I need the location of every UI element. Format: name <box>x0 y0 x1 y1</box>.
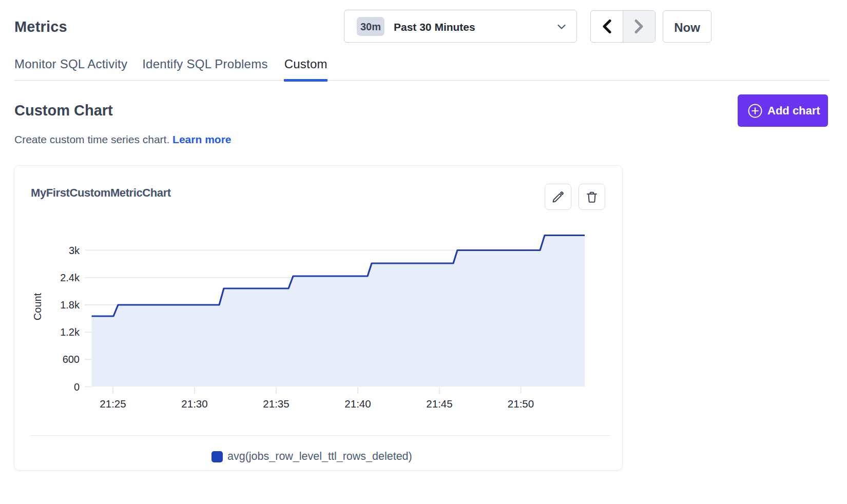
svg-text:21:45: 21:45 <box>426 398 452 410</box>
svg-text:1.2k: 1.2k <box>60 326 80 338</box>
svg-text:3k: 3k <box>69 245 80 256</box>
svg-text:2.4k: 2.4k <box>60 272 80 283</box>
svg-text:21:35: 21:35 <box>263 398 289 410</box>
svg-text:0: 0 <box>74 381 80 393</box>
svg-text:1.8k: 1.8k <box>60 299 80 311</box>
svg-text:21:40: 21:40 <box>344 398 371 410</box>
svg-text:21:25: 21:25 <box>100 398 126 410</box>
svg-text:600: 600 <box>63 354 80 365</box>
svg-text:21:30: 21:30 <box>181 398 207 410</box>
svg-text:Count: Count <box>32 293 43 320</box>
svg-text:21:50: 21:50 <box>508 398 534 410</box>
